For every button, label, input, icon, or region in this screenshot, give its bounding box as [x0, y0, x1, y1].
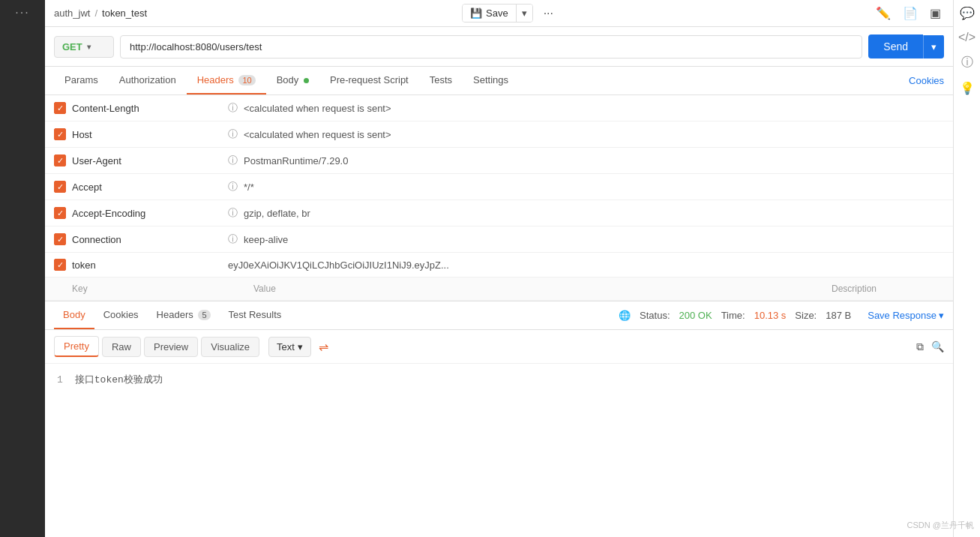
- resp-tab-body[interactable]: Body: [54, 302, 94, 329]
- col-value-label: Value: [253, 284, 826, 294]
- cookies-link[interactable]: Cookies: [909, 68, 944, 94]
- right-sidebar: 💬 </> ⓘ 💡: [953, 0, 980, 537]
- header-checkbox-6[interactable]: ✓: [54, 259, 66, 271]
- request-tabs: Params Authorization Headers 10 Body Pre…: [45, 67, 953, 95]
- text-type-select[interactable]: Text ▾: [268, 337, 311, 357]
- header-checkbox-3[interactable]: ✓: [54, 181, 66, 193]
- header-key-5: Connection: [72, 234, 222, 245]
- format-tabs: Pretty Raw Preview Visualize Text ▾ ⇌ ⧉ …: [45, 330, 953, 364]
- copy-button[interactable]: ⧉: [916, 340, 924, 353]
- tab-tests[interactable]: Tests: [419, 67, 463, 94]
- save-response-button[interactable]: Save Response ▾: [868, 310, 944, 321]
- url-input[interactable]: [120, 35, 862, 58]
- header-key-2: User-Agent: [72, 155, 222, 166]
- comment-icon[interactable]: 💬: [960, 6, 975, 20]
- topbar: auth_jwt / token_test 💾 Save ▾ ··· ✏️ 📄 …: [45, 0, 953, 27]
- wrap-icon[interactable]: ⇌: [319, 340, 328, 354]
- send-dropdown-button[interactable]: ▾: [923, 35, 944, 58]
- topbar-actions: 💾 Save ▾ ···: [462, 4, 558, 22]
- resp-tab-headers[interactable]: Headers 5: [148, 302, 220, 329]
- table-row: ✓ Host ⓘ <calculated when request is sen…: [45, 122, 953, 148]
- headers-table: ✓ Content-Length ⓘ <calculated when requ…: [45, 95, 953, 301]
- tab-settings[interactable]: Settings: [463, 67, 519, 94]
- tab-pre-request[interactable]: Pre-request Script: [319, 67, 419, 94]
- response-status: 🌐 Status: 200 OK Time: 10.13 s Size: 187…: [619, 310, 944, 321]
- edit-icon[interactable]: ✏️: [873, 3, 894, 23]
- fmt-tab-raw[interactable]: Raw: [102, 337, 141, 357]
- resp-tab-test-results[interactable]: Test Results: [220, 302, 291, 329]
- body-active-dot: [304, 78, 309, 83]
- watermark: CSDN @兰丹千帆: [907, 520, 974, 531]
- panel-icon[interactable]: ▣: [927, 3, 944, 23]
- tab-headers[interactable]: Headers 10: [187, 67, 266, 94]
- method-label: GET: [62, 41, 82, 52]
- header-checkbox-1[interactable]: ✓: [54, 128, 66, 140]
- table-row: ✓ User-Agent ⓘ PostmanRuntime/7.29.0: [45, 148, 953, 174]
- header-value-0: <calculated when request is sent>: [244, 103, 944, 114]
- response-section: Body Cookies Headers 5 Test Results 🌐 St…: [45, 301, 953, 537]
- header-empty-row: Key Value Description: [45, 278, 953, 301]
- text-select-chevron-icon: ▾: [298, 341, 303, 352]
- more-options-button[interactable]: ···: [539, 5, 558, 22]
- topright-icons: ✏️ 📄 ▣: [873, 3, 944, 23]
- breadcrumb-separator: /: [94, 8, 97, 19]
- lightbulb-icon[interactable]: 💡: [960, 81, 975, 95]
- save-dropdown-button[interactable]: ▾: [516, 4, 532, 22]
- header-value-6: eyJ0eXAiOiJKV1QiLCJhbGciOiJIUzI1NiJ9.eyJ…: [228, 260, 944, 271]
- header-checkbox-2[interactable]: ✓: [54, 154, 66, 166]
- header-value-2: PostmanRuntime/7.29.0: [244, 155, 944, 166]
- header-key-4: Accept-Encoding: [72, 208, 222, 219]
- breadcrumb: auth_jwt / token_test: [54, 8, 147, 19]
- save-button[interactable]: 💾 Save: [463, 4, 516, 22]
- header-value-5: keep-alive: [244, 234, 944, 245]
- main-content: auth_jwt / token_test 💾 Save ▾ ··· ✏️ 📄 …: [45, 0, 953, 537]
- info-icon-0[interactable]: ⓘ: [228, 101, 238, 115]
- request-name: token_test: [102, 8, 147, 19]
- table-row: ✓ Accept ⓘ */*: [45, 174, 953, 200]
- header-value-4: gzip, deflate, br: [244, 208, 944, 219]
- code-icon[interactable]: </>: [958, 31, 976, 44]
- table-row: ✓ Content-Length ⓘ <calculated when requ…: [45, 95, 953, 122]
- info-icon-4[interactable]: ⓘ: [228, 206, 238, 220]
- col-key-label: Key: [72, 284, 222, 294]
- tab-params[interactable]: Params: [54, 67, 109, 94]
- search-button[interactable]: 🔍: [931, 340, 944, 353]
- send-button-group[interactable]: Send ▾: [868, 34, 944, 58]
- response-text: 接口token校验成功: [75, 373, 163, 386]
- response-tabs: Body Cookies Headers 5 Test Results 🌐 St…: [45, 302, 953, 330]
- size-value: 187 B: [826, 310, 851, 321]
- method-chevron-icon: ▾: [87, 43, 91, 51]
- left-sidebar: ···: [0, 0, 45, 537]
- resp-headers-badge: 5: [198, 310, 210, 320]
- status-value: 200 OK: [679, 310, 712, 321]
- description-icon[interactable]: 📄: [900, 3, 921, 23]
- time-label: Time:: [721, 310, 745, 321]
- header-checkbox-4[interactable]: ✓: [54, 207, 66, 219]
- dots-icon: ···: [15, 6, 29, 20]
- tab-body[interactable]: Body: [266, 67, 319, 94]
- time-value: 10.13 s: [754, 310, 787, 321]
- info-icon-2[interactable]: ⓘ: [228, 154, 238, 167]
- save-button-group[interactable]: 💾 Save ▾: [462, 4, 533, 22]
- header-checkbox-5[interactable]: ✓: [54, 233, 66, 245]
- info-icon-3[interactable]: ⓘ: [228, 180, 238, 194]
- response-body: 1 接口token校验成功: [45, 364, 953, 537]
- info-right-icon[interactable]: ⓘ: [961, 55, 973, 70]
- size-label: Size:: [795, 310, 817, 321]
- fmt-tab-preview[interactable]: Preview: [144, 337, 198, 357]
- fmt-tab-visualize[interactable]: Visualize: [201, 337, 259, 357]
- line-number: 1: [57, 374, 63, 386]
- send-button[interactable]: Send: [868, 34, 923, 58]
- fmt-tab-pretty[interactable]: Pretty: [54, 336, 99, 357]
- method-select[interactable]: GET ▾: [54, 36, 114, 58]
- info-icon-5[interactable]: ⓘ: [228, 232, 238, 246]
- header-value-3: */*: [244, 182, 944, 193]
- header-checkbox-0[interactable]: ✓: [54, 102, 66, 114]
- collection-name: auth_jwt: [54, 8, 90, 19]
- table-row: ✓ Connection ⓘ keep-alive: [45, 226, 953, 253]
- globe-icon: 🌐: [619, 310, 631, 321]
- resp-tab-cookies[interactable]: Cookies: [94, 302, 148, 329]
- save-response-chevron-icon: ▾: [939, 310, 944, 321]
- info-icon-1[interactable]: ⓘ: [228, 128, 238, 141]
- tab-authorization[interactable]: Authorization: [109, 67, 187, 94]
